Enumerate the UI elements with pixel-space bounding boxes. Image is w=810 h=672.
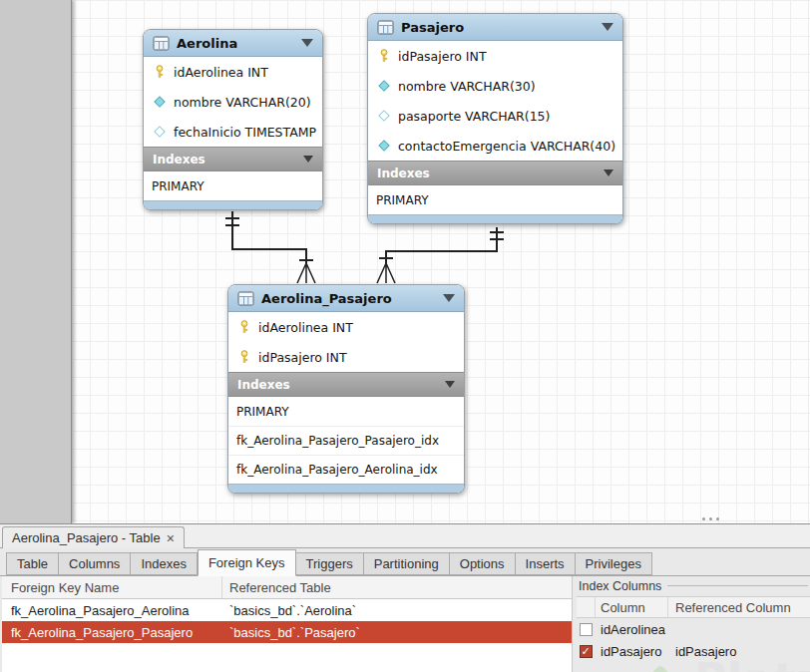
index-columns-panel: Index Columns Column Referenced Column i… xyxy=(577,576,810,672)
tab-indexes[interactable]: Indexes xyxy=(131,552,198,575)
indexes-section-label: Indexes xyxy=(377,167,430,180)
diamond-filled-icon xyxy=(377,79,391,93)
column-text: contactoEmergencia VARCHAR(40) xyxy=(398,139,615,154)
tab-table[interactable]: Table xyxy=(6,552,59,575)
checkbox-idpasajero[interactable] xyxy=(580,645,593,658)
foreign-keys-panel: Platzi Foreign Key Name Referenced Table… xyxy=(0,576,810,672)
indexes-section-bar[interactable]: Indexes xyxy=(368,161,622,185)
table-icon xyxy=(377,20,394,35)
key-icon xyxy=(237,320,251,334)
checkbox-idaerolinea[interactable] xyxy=(580,623,593,636)
table-name: Aerolina_Pasajero xyxy=(261,291,392,306)
table-name: Aerolina xyxy=(177,36,237,51)
column-row: idAerolinea INT xyxy=(228,312,464,342)
foreign-keys-grid-header: Foreign Key Name Referenced Table xyxy=(2,576,572,599)
key-icon xyxy=(377,49,391,63)
header-referenced-column: Referenced Column xyxy=(668,597,810,617)
index-row: fk_Aerolina_Pasajero_Aerolina_idx xyxy=(228,455,464,484)
tab-foreign-keys[interactable]: Foreign Keys xyxy=(198,549,296,576)
column-text: nombre VARCHAR(20) xyxy=(174,95,311,110)
tab-partitioning[interactable]: Partitioning xyxy=(364,552,450,575)
table-aerolina[interactable]: Aerolina idAerolinea INT nombre VARCHAR(… xyxy=(143,29,323,210)
diamond-filled-icon xyxy=(153,95,167,109)
header-foreign-key-name: Foreign Key Name xyxy=(2,576,222,598)
editor-tab-label: Aerolina_Pasajero - Table xyxy=(12,530,161,545)
table-footer xyxy=(228,484,464,493)
panel-splitter-handle[interactable] xyxy=(702,517,719,520)
collapse-arrow-icon[interactable] xyxy=(443,294,455,302)
collapse-arrow-icon[interactable] xyxy=(445,381,455,388)
column-row: fechaInicio TIMESTAMP xyxy=(144,117,322,147)
eer-diagram-canvas[interactable]: Aerolina idAerolinea INT nombre VARCHAR(… xyxy=(0,0,810,523)
index-row: fk_Aerolina_Pasajero_Pasajero_idx xyxy=(228,426,464,455)
table-icon xyxy=(153,36,170,51)
header-referenced-table: Referenced Table xyxy=(222,576,572,598)
table-aerolina-pasajero-header[interactable]: Aerolina_Pasajero xyxy=(228,285,464,312)
indexes-section-bar[interactable]: Indexes xyxy=(228,372,464,397)
column-text: idPasajero INT xyxy=(258,350,347,365)
table-aerolina-header[interactable]: Aerolina xyxy=(144,30,322,57)
indexes-section-label: Indexes xyxy=(153,153,205,167)
foreign-keys-grid: Foreign Key Name Referenced Table fk_Aer… xyxy=(2,576,573,672)
diamond-filled-icon xyxy=(377,139,391,153)
diamond-outline-icon xyxy=(377,109,391,123)
index-row: PRIMARY xyxy=(228,397,464,426)
table-icon xyxy=(237,291,254,306)
tab-inserts[interactable]: Inserts xyxy=(516,552,576,575)
tab-triggers[interactable]: Triggers xyxy=(296,552,364,575)
column-row: idPasajero INT xyxy=(228,342,464,372)
editor-tab-bar: Aerolina_Pasajero - Table × xyxy=(0,524,810,548)
column-row: idPasajero INT xyxy=(368,41,622,71)
table-footer xyxy=(368,214,622,223)
header-column: Column xyxy=(596,597,668,617)
index-row: PRIMARY xyxy=(144,171,322,200)
tab-privileges[interactable]: Privileges xyxy=(576,552,652,575)
diamond-outline-icon xyxy=(153,125,167,139)
foreign-key-row[interactable]: fk_Aerolina_Pasajero_Aerolina `basics_bd… xyxy=(2,599,572,621)
editor-tab-aerolina-pasajero[interactable]: Aerolina_Pasajero - Table × xyxy=(2,526,185,548)
tab-columns[interactable]: Columns xyxy=(59,552,131,575)
collapse-arrow-icon[interactable] xyxy=(301,39,313,47)
editor-subtab-bar: Table Columns Indexes Foreign Keys Trigg… xyxy=(0,548,810,576)
index-row: PRIMARY xyxy=(368,185,622,214)
column-row: contactoEmergencia VARCHAR(40) xyxy=(368,131,622,161)
collapse-arrow-icon[interactable] xyxy=(602,23,613,31)
column-row: idAerolinea INT xyxy=(144,57,322,87)
index-column-row[interactable]: idAerolinea xyxy=(577,618,810,640)
collapse-arrow-icon[interactable] xyxy=(303,156,313,163)
column-text: idPasajero INT xyxy=(398,49,487,64)
column-text: idAerolinea INT xyxy=(174,65,268,80)
table-name: Pasajero xyxy=(401,20,464,35)
column-row: pasaporte VARCHAR(15) xyxy=(368,101,622,131)
index-columns-grid-header: Column Referenced Column xyxy=(577,596,810,618)
column-text: nombre VARCHAR(30) xyxy=(398,79,536,94)
table-footer xyxy=(144,200,322,209)
column-text: fechaInicio TIMESTAMP xyxy=(174,125,316,140)
tab-options[interactable]: Options xyxy=(450,552,516,575)
index-columns-title: Index Columns xyxy=(579,578,808,593)
column-text: idAerolinea INT xyxy=(258,320,353,335)
canvas-left-gutter xyxy=(0,0,72,523)
column-text: pasaporte VARCHAR(15) xyxy=(398,109,550,124)
column-row: nombre VARCHAR(30) xyxy=(368,71,622,101)
close-icon[interactable]: × xyxy=(167,531,175,545)
indexes-section-label: Indexes xyxy=(237,378,290,392)
index-column-row[interactable]: idPasajero idPasajero xyxy=(577,640,810,662)
table-aerolina-pasajero[interactable]: Aerolina_Pasajero idAerolinea INT idPasa… xyxy=(227,284,465,494)
key-icon xyxy=(237,350,251,364)
table-pasajero[interactable]: Pasajero idPasajero INT nombre VARCHAR(3… xyxy=(367,13,623,224)
indexes-section-bar[interactable]: Indexes xyxy=(144,147,322,171)
foreign-key-row-selected[interactable]: fk_Aerolina_Pasajero_Pasajero `basics_bd… xyxy=(2,621,572,643)
table-pasajero-header[interactable]: Pasajero xyxy=(368,14,622,41)
table-editor-panel: Aerolina_Pasajero - Table × Table Column… xyxy=(0,523,810,672)
key-icon xyxy=(153,65,167,79)
column-row: nombre VARCHAR(20) xyxy=(144,87,322,117)
collapse-arrow-icon[interactable] xyxy=(604,169,613,176)
